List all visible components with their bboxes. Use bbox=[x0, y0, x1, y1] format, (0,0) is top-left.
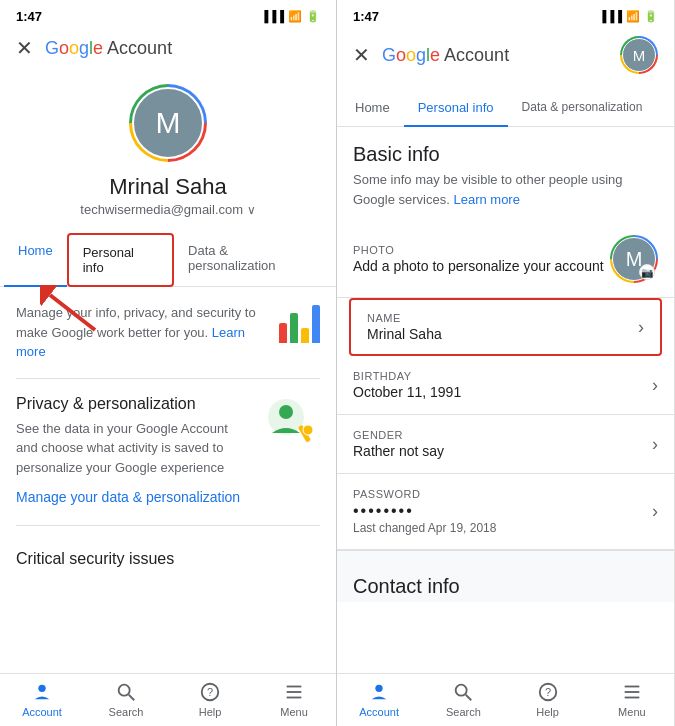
bar3 bbox=[301, 328, 309, 343]
bottom-nav-search-right[interactable]: Search bbox=[421, 680, 505, 718]
status-icons-left: ▐▐▐ 📶 🔋 bbox=[261, 10, 320, 23]
help-nav-label-right: Help bbox=[536, 706, 559, 718]
bar1 bbox=[279, 323, 287, 343]
red-arrow bbox=[40, 285, 100, 339]
avatar-left: M bbox=[132, 87, 204, 159]
bottom-nav-account-right[interactable]: Account bbox=[337, 680, 421, 718]
svg-point-5 bbox=[38, 685, 45, 692]
right-phone: 1:47 ▐▐▐ 📶 🔋 ✕ Google Account M Home bbox=[337, 0, 674, 726]
gender-label: GENDER bbox=[353, 429, 652, 441]
bottom-nav-right: Account Search ? Help Menu bbox=[337, 673, 674, 726]
bottom-nav-left: Account Search ? Help Menu bbox=[0, 673, 336, 726]
status-time-right: 1:47 bbox=[353, 9, 379, 24]
critical-security-section: Critical security issues bbox=[16, 542, 320, 568]
photo-avatar-ring: M 📷 bbox=[610, 235, 658, 283]
account-nav-label-right: Account bbox=[359, 706, 399, 718]
search-nav-label-right: Search bbox=[446, 706, 481, 718]
svg-text:?: ? bbox=[207, 686, 213, 698]
menu-nav-icon-right bbox=[620, 680, 644, 704]
learn-more-right[interactable]: Learn more bbox=[453, 192, 519, 207]
tab-home-left[interactable]: Home bbox=[4, 233, 67, 287]
content-left: Manage your info, privacy, and security … bbox=[0, 287, 336, 673]
avatar-section-left: M Mrinal Saha techwisermedia@gmail.com ∨ bbox=[0, 68, 336, 225]
bottom-nav-search-left[interactable]: Search bbox=[84, 680, 168, 718]
photo-avatar-inner: M 📷 bbox=[612, 237, 656, 281]
avatar-ring-left: M bbox=[129, 84, 207, 162]
battery-icon-right: 🔋 bbox=[644, 10, 658, 23]
top-bar-left-right: ✕ Google Account bbox=[353, 43, 509, 67]
search-nav-icon-right bbox=[451, 680, 475, 704]
privacy-text-section: Privacy & personalization See the data i… bbox=[16, 395, 252, 478]
menu-nav-icon-left bbox=[282, 680, 306, 704]
password-value: •••••••• bbox=[353, 502, 652, 520]
privacy-svg bbox=[264, 395, 320, 451]
help-nav-icon-left: ? bbox=[198, 680, 222, 704]
battery-icon: 🔋 bbox=[306, 10, 320, 23]
birthday-chevron: › bbox=[652, 375, 658, 396]
tab-data-personalization-right[interactable]: Data & personalization bbox=[508, 90, 657, 127]
photo-label: PHOTO bbox=[353, 244, 610, 256]
manage-data-link[interactable]: Manage your data & personalization bbox=[16, 485, 320, 509]
bar2 bbox=[290, 313, 298, 343]
status-icons-right: ▐▐▐ 📶 🔋 bbox=[599, 10, 658, 23]
name-row[interactable]: NAME Mrinal Saha › bbox=[349, 298, 662, 356]
account-label-right: Account bbox=[440, 45, 509, 66]
tab-data-personalization-left[interactable]: Data & personalization bbox=[174, 233, 332, 287]
svg-point-13 bbox=[375, 685, 382, 692]
password-row[interactable]: PASSWORD •••••••• Last changed Apr 19, 2… bbox=[337, 474, 674, 550]
status-bar-left: 1:47 ▐▐▐ 📶 🔋 bbox=[0, 0, 336, 28]
svg-point-2 bbox=[279, 405, 293, 419]
status-bar-right: 1:47 ▐▐▐ 📶 🔋 bbox=[337, 0, 674, 28]
password-chevron: › bbox=[652, 501, 658, 522]
help-nav-label-left: Help bbox=[199, 706, 222, 718]
menu-nav-label-right: Menu bbox=[618, 706, 646, 718]
bottom-nav-menu-right[interactable]: Menu bbox=[590, 680, 674, 718]
privacy-section: Privacy & personalization See the data i… bbox=[16, 395, 320, 478]
svg-text:?: ? bbox=[545, 686, 551, 698]
right-avatar-ring[interactable]: M bbox=[620, 36, 658, 74]
close-button-right[interactable]: ✕ bbox=[353, 43, 370, 67]
birthday-label: BIRTHDAY bbox=[353, 370, 652, 382]
birthday-row[interactable]: BIRTHDAY October 11, 1991 › bbox=[337, 356, 674, 415]
google-logo-left: Google Account bbox=[45, 38, 172, 59]
name-label: NAME bbox=[367, 312, 638, 324]
left-phone: 1:47 ▐▐▐ 📶 🔋 ✕ Google Account M Mrinal S… bbox=[0, 0, 337, 726]
privacy-desc: See the data in your Google Account and … bbox=[16, 419, 252, 478]
divider2 bbox=[16, 525, 320, 526]
password-row-content: PASSWORD •••••••• Last changed Apr 19, 2… bbox=[353, 488, 652, 535]
bottom-nav-help-right[interactable]: ? Help bbox=[506, 680, 590, 718]
birthday-row-content: BIRTHDAY October 11, 1991 bbox=[353, 370, 652, 400]
name-chevron: › bbox=[638, 317, 644, 338]
signal-icon: ▐▐▐ bbox=[261, 10, 284, 22]
close-button-left[interactable]: ✕ bbox=[16, 36, 33, 60]
wifi-icon-right: 📶 bbox=[626, 10, 640, 23]
account-nav-icon-right bbox=[367, 680, 391, 704]
bottom-nav-account-left[interactable]: Account bbox=[0, 680, 84, 718]
bar-chart-icon bbox=[279, 303, 320, 343]
status-time-left: 1:47 bbox=[16, 9, 42, 24]
account-nav-icon-left bbox=[30, 680, 54, 704]
bottom-nav-menu-left[interactable]: Menu bbox=[252, 680, 336, 718]
photo-row-content: PHOTO Add a photo to personalize your ac… bbox=[353, 244, 610, 274]
password-label: PASSWORD bbox=[353, 488, 652, 500]
gender-value: Rather not say bbox=[353, 443, 652, 459]
content-right: Basic info Some info may be visible to o… bbox=[337, 127, 674, 673]
critical-title: Critical security issues bbox=[16, 550, 320, 568]
photo-avatar: M 📷 bbox=[610, 235, 658, 283]
name-row-content: NAME Mrinal Saha bbox=[367, 312, 638, 342]
bottom-nav-help-left[interactable]: ? Help bbox=[168, 680, 252, 718]
photo-row[interactable]: PHOTO Add a photo to personalize your ac… bbox=[337, 221, 674, 298]
top-bar-right: ✕ Google Account M bbox=[337, 28, 674, 82]
tab-personal-info-left[interactable]: Personal info bbox=[67, 233, 174, 287]
tab-home-right[interactable]: Home bbox=[341, 90, 404, 127]
gender-row[interactable]: GENDER Rather not say › bbox=[337, 415, 674, 474]
gender-chevron: › bbox=[652, 434, 658, 455]
top-bar-left: ✕ Google Account bbox=[0, 28, 336, 68]
svg-line-15 bbox=[466, 695, 472, 701]
tab-personal-info-right[interactable]: Personal info bbox=[404, 90, 508, 127]
user-name-left: Mrinal Saha bbox=[109, 174, 226, 200]
manage-icon bbox=[279, 303, 320, 343]
account-nav-label-left: Account bbox=[22, 706, 62, 718]
nav-tabs-right: Home Personal info Data & personalizatio… bbox=[337, 90, 674, 127]
divider1 bbox=[16, 378, 320, 379]
